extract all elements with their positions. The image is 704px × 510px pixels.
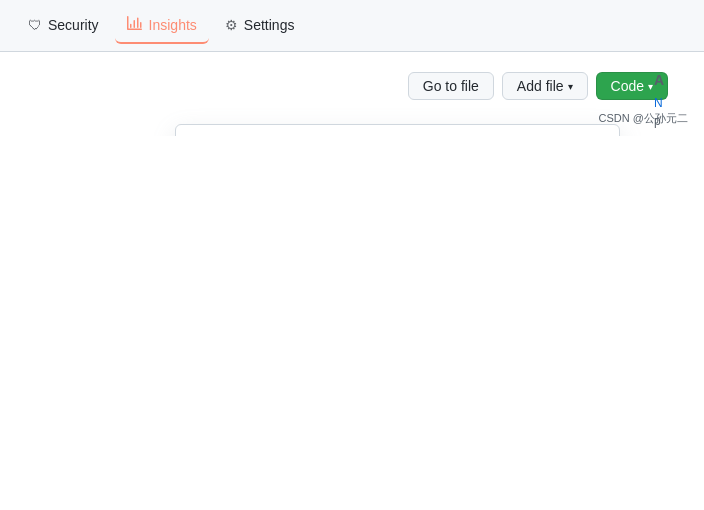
clone-section: Clone ? HTTPS SSH GitHub CLI Copied!: [176, 125, 619, 136]
right-panel-heading: A: [654, 72, 694, 88]
code-label: Code: [611, 78, 644, 94]
nav-item-settings[interactable]: ⚙ Settings: [213, 9, 307, 43]
add-file-chevron: ▾: [568, 81, 573, 92]
add-file-label: Add file: [517, 78, 564, 94]
insights-icon: [127, 15, 143, 34]
toolbar: Go to file Add file ▾ Code ▾: [16, 72, 688, 100]
main-content: it Go to file Add file ▾ Code ▾ Clone: [0, 52, 704, 136]
top-nav: 🛡 Security Insights ⚙ Settings: [0, 0, 704, 52]
go-to-file-label: Go to file: [423, 78, 479, 94]
nav-label-insights: Insights: [149, 17, 197, 33]
go-to-file-button[interactable]: Go to file: [408, 72, 494, 100]
shield-icon: 🛡: [28, 17, 42, 33]
gear-icon: ⚙: [225, 17, 238, 33]
nav-label-security: Security: [48, 17, 99, 33]
nav-item-security[interactable]: 🛡 Security: [16, 9, 111, 43]
left-sidebar: it: [0, 124, 170, 136]
right-panel-link1[interactable]: N: [654, 96, 694, 110]
nav-label-settings: Settings: [244, 17, 295, 33]
add-file-button[interactable]: Add file ▾: [502, 72, 588, 100]
clone-dropdown: Clone ? HTTPS SSH GitHub CLI Copied!: [175, 124, 620, 136]
nav-item-insights[interactable]: Insights: [115, 7, 209, 44]
